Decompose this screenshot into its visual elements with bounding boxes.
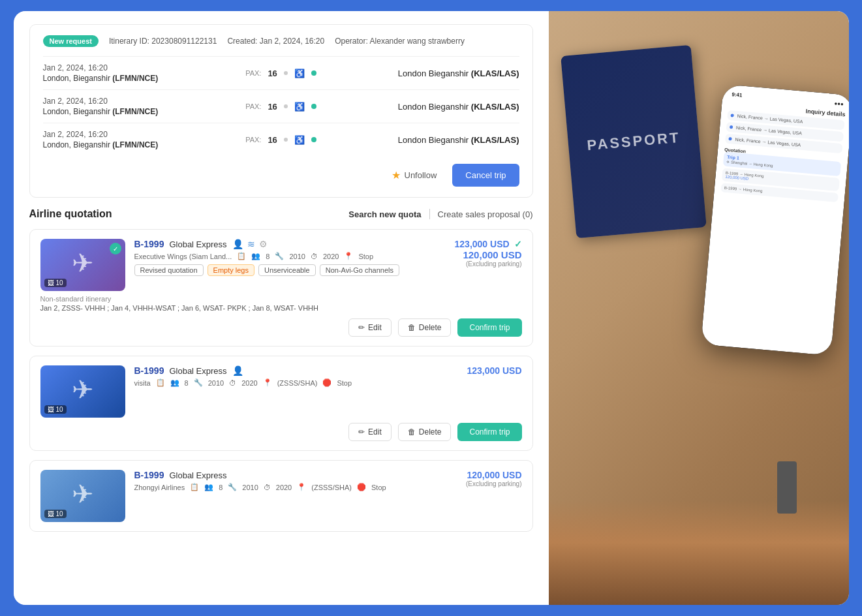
quote-2-delete-button[interactable]: 🗑 Delete <box>398 423 452 441</box>
quote-card-3-top: ✈ 🖼 10 B-1999 Global Express Zhongyi Air… <box>40 470 522 522</box>
quote-3-operator: Zhongyi Airlines <box>134 484 185 491</box>
teal-dot-2 <box>311 104 316 109</box>
quote-1-confirm-button[interactable]: Confirm trip <box>457 318 521 337</box>
phone-content: Inquiry details Nick, France → Las Vegas… <box>717 98 848 207</box>
leg-3-from-location: London, Bieganshir (LFMN/NCE) <box>43 140 174 149</box>
leg-1-to: London Bieganshir (KLAS/LAS) <box>389 69 519 78</box>
pax-icon-3: 👥 <box>204 483 213 491</box>
location-icon: 📍 <box>344 252 353 260</box>
leg-2-to: London Bieganshir (KLAS/LAS) <box>389 102 519 112</box>
quote-2-year-mfr: 2010 <box>208 379 224 387</box>
stop-icon-2: 🛑 <box>322 378 331 387</box>
search-quota-button[interactable]: Search new quota <box>348 209 421 219</box>
left-panel: New request Itinerary ID: 20230809112213… <box>14 11 549 605</box>
leg-2-pax-label: PAX: <box>245 102 261 110</box>
unfollow-button[interactable]: ★ Unfollow <box>384 164 445 187</box>
delete-icon: 🗑 <box>408 323 416 332</box>
quote-2-operator: visita <box>134 379 151 387</box>
quote-1-type: Global Express <box>169 239 226 249</box>
verified-badge-1: ✓ <box>110 243 121 254</box>
tag-non-avi: Non-Avi-Go channels <box>320 264 399 276</box>
created-date: Created: Jan 2, 2024, 16:20 <box>227 37 324 46</box>
quote-3-year: 2020 <box>276 484 292 491</box>
aircraft-image-1: ✈ 🖼 10 ✓ <box>40 239 125 291</box>
passport-area: PASSPORT 9:41 ●●● Inquiry details Nick, … <box>549 11 849 605</box>
quote-1-name-row: B-1999 Global Express 👤 ≋ ⚙ <box>134 239 446 249</box>
luggage-handle <box>777 461 797 514</box>
plane-silhouette-icon-3: ✈ <box>72 479 94 509</box>
location-icon-3: 📍 <box>297 483 306 491</box>
image-icon: 🖼 <box>48 279 54 286</box>
trip-actions: ★ Unfollow Cancel trip <box>43 164 519 187</box>
edit-icon-2: ✏ <box>358 427 365 437</box>
cancel-trip-button[interactable]: Cancel trip <box>452 164 519 187</box>
leg-2-date: Jan 2, 2024, 16:20 <box>43 97 174 106</box>
quote-card-3: ✈ 🖼 10 B-1999 Global Express Zhongyi Air… <box>29 460 533 532</box>
leg-1-middle: PAX: 16 ♿ <box>174 69 389 78</box>
dot-sep-3 <box>284 138 288 142</box>
quote-1-price: 123,000 USD ✓ 120,000 USD (Excluding par… <box>455 239 522 268</box>
phone-blue-dot-3 <box>728 137 731 140</box>
quote-3-price: 120,000 USD (Excluding parking) <box>466 470 522 487</box>
operator-icon-3: 📋 <box>190 483 199 491</box>
quote-1-info: B-1999 Global Express 👤 ≋ ⚙ Executive Wi… <box>134 239 446 281</box>
quote-3-info: B-1999 Global Express Zhongyi Airlines 📋… <box>134 470 457 495</box>
quote-2-name-row: B-1999 Global Express 👤 <box>134 365 458 376</box>
operator-name: Operator: Alexander wang strawberry <box>335 37 465 46</box>
itinerary-dates: Jan 2, ZSSS- VHHH ; Jan 4, VHHH-WSAT ; J… <box>40 304 522 312</box>
person-icon-1: 👤 <box>232 239 243 249</box>
quote-2-edit-button[interactable]: ✏ Edit <box>348 423 392 441</box>
trip-leg-1: Jan 2, 2024, 16:20 London, Bieganshir (L… <box>43 56 519 89</box>
manufacture-icon-2: 🔧 <box>194 378 203 387</box>
phone-signal: ●●● <box>834 100 844 107</box>
quote-3-location: (ZSSS/SHA) <box>311 484 352 491</box>
quote-3-type: Global Express <box>169 470 226 480</box>
quote-2-details: visita 📋 👥 8 🔧 2010 ⏱ 2020 📍 (ZSSS/SHA) … <box>134 378 458 387</box>
star-icon: ★ <box>392 169 401 181</box>
leg-3-to: London Bieganshir (KLAS/LAS) <box>389 135 519 145</box>
delete-icon-2: 🗑 <box>408 427 416 437</box>
quote-1-actions: ✏ Edit 🗑 Delete Confirm trip <box>40 318 522 337</box>
create-proposal-button[interactable]: Create sales proposal (0) <box>438 209 533 219</box>
quote-3-name-row: B-1999 Global Express <box>134 470 457 480</box>
phone-blue-dot-1 <box>730 114 733 117</box>
pax-icon: 👥 <box>251 252 260 260</box>
leg-1-from-location: London, Bieganshir (LFMN/NCE) <box>43 74 174 83</box>
quote-2-year: 2020 <box>241 379 257 387</box>
quote-2-type: Global Express <box>169 366 226 376</box>
year-icon: ⏱ <box>311 253 318 260</box>
wheelchair-icon: ♿ <box>294 69 305 78</box>
quote-1-year-mfr: 2010 <box>289 253 305 260</box>
quote-1-edit-button[interactable]: ✏ Edit <box>348 318 392 337</box>
quote-1-price-secondary: 120,000 USD <box>455 249 522 260</box>
trip-header: New request Itinerary ID: 20230809112213… <box>29 24 533 198</box>
new-request-badge: New request <box>43 35 99 47</box>
quote-1-tags: Revised quotation Empty legs Unserviceab… <box>134 264 446 276</box>
quote-1-delete-button[interactable]: 🗑 Delete <box>398 318 452 337</box>
leg-3-date: Jan 2, 2024, 16:20 <box>43 130 174 139</box>
leg-3-pax-count: 16 <box>268 135 277 145</box>
leg-1-pax-count: 16 <box>268 69 277 78</box>
image-count-2: 🖼 10 <box>44 405 67 414</box>
quote-1-pax: 8 <box>266 253 269 260</box>
pax-icon-2: 👥 <box>170 378 179 387</box>
image-count-1: 🖼 10 <box>44 279 67 287</box>
leg-2-middle: PAX: 16 ♿ <box>174 102 389 112</box>
quote-3-details: Zhongyi Airlines 📋 👥 8 🔧 2010 ⏱ 2020 📍 (… <box>134 483 457 491</box>
edit-icon: ✏ <box>358 323 365 332</box>
luggage-area <box>549 501 849 605</box>
quote-3-stop: Stop <box>371 484 386 491</box>
tag-empty-legs: Empty legs <box>208 264 254 276</box>
aircraft-image-2: ✈ 🖼 10 <box>40 365 125 418</box>
tag-revised: Revised quotation <box>134 264 204 276</box>
quote-3-year-mfr: 2010 <box>242 484 258 491</box>
plane-silhouette-icon-2: ✈ <box>72 375 94 405</box>
leg-1-from: Jan 2, 2024, 16:20 London, Bieganshir (L… <box>43 63 174 83</box>
quote-2-confirm-button[interactable]: Confirm trip <box>457 423 521 441</box>
trip-leg-3: Jan 2, 2024, 16:20 London, Bieganshir (L… <box>43 123 519 156</box>
dot-sep <box>284 71 288 75</box>
quote-card-2-top: ✈ 🖼 10 B-1999 Global Express 👤 <box>40 365 522 418</box>
price-check-icon: ✓ <box>514 239 522 249</box>
leg-1-pax-label: PAX: <box>245 69 261 77</box>
quote-2-model: B-1999 <box>134 365 164 376</box>
